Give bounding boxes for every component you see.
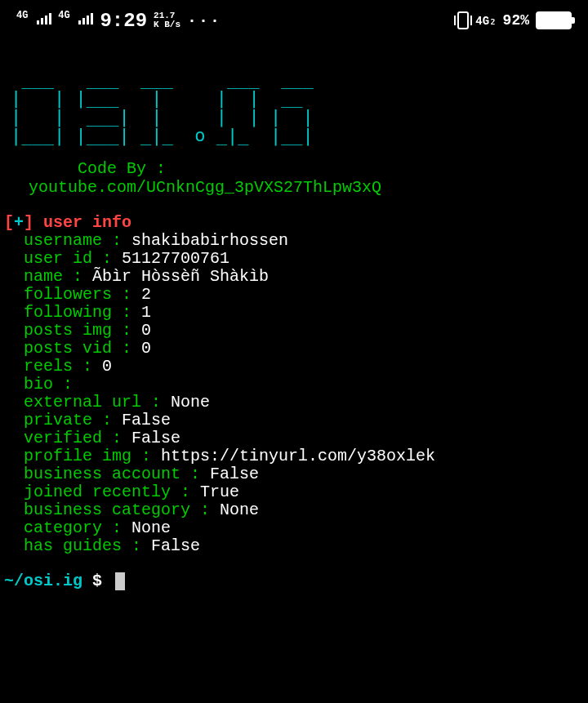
info-row: business category : None bbox=[24, 501, 584, 519]
info-key: profile img bbox=[24, 447, 141, 465]
info-key: business account bbox=[24, 465, 190, 483]
more-icon: ··· bbox=[187, 11, 221, 30]
info-key: has guides bbox=[24, 536, 131, 555]
info-colon: : bbox=[63, 375, 73, 394]
info-value: None bbox=[220, 501, 259, 519]
info-row: has guides : False bbox=[24, 537, 584, 555]
ascii-banner: ___ ___ ___ ___ ___ | | |___ | | | __ | … bbox=[11, 69, 584, 145]
info-colon: : bbox=[200, 501, 220, 519]
info-row: posts vid : 0 bbox=[24, 340, 584, 358]
info-colon: : bbox=[112, 518, 131, 537]
info-row: joined recently : True bbox=[24, 483, 584, 501]
info-colon: : bbox=[122, 303, 141, 322]
info-key: name bbox=[24, 267, 73, 286]
network-speed: 21.7 K B/s bbox=[154, 11, 180, 29]
info-colon: : bbox=[180, 483, 200, 501]
info-key: private bbox=[24, 411, 102, 429]
plus-icon: + bbox=[14, 213, 24, 232]
info-row: external url : None bbox=[24, 394, 584, 412]
info-row: profile img : https://tinyurl.com/y38oxl… bbox=[24, 447, 584, 465]
info-key: joined recently bbox=[24, 483, 180, 501]
info-key: followers bbox=[24, 285, 122, 304]
info-value: 0 bbox=[141, 321, 151, 340]
info-colon: : bbox=[141, 447, 161, 465]
info-colon: : bbox=[82, 357, 102, 376]
network-label: 4G₂ bbox=[475, 14, 496, 28]
terminal-output[interactable]: ___ ___ ___ ___ ___ | | |___ | | | __ | … bbox=[0, 41, 588, 594]
info-colon: : bbox=[102, 411, 122, 429]
info-colon: : bbox=[73, 267, 92, 286]
info-value: Ãbìr Hòssèñ Shàkìb bbox=[92, 267, 269, 286]
signal-1: 4G bbox=[16, 12, 51, 29]
info-value: 51127700761 bbox=[122, 249, 229, 268]
info-colon: : bbox=[190, 465, 210, 483]
info-key: posts vid bbox=[24, 339, 122, 358]
info-colon: : bbox=[151, 393, 171, 412]
info-value: 2 bbox=[141, 285, 151, 304]
prompt[interactable]: ~/osi.ig $ bbox=[4, 572, 584, 590]
credits-url: youtube.com/UCnknCgg_3pVXS27ThLpw3xQ bbox=[29, 178, 584, 197]
info-row: user id : 51127700761 bbox=[24, 250, 584, 268]
battery-percent: 92% bbox=[503, 12, 529, 29]
info-row: followers : 2 bbox=[24, 286, 584, 304]
vibrate-icon bbox=[457, 11, 469, 29]
info-row: reels : 0 bbox=[24, 358, 584, 376]
info-key: following bbox=[24, 303, 122, 322]
info-colon: : bbox=[131, 536, 151, 555]
info-row: following : 1 bbox=[24, 304, 584, 322]
info-row: business account : False bbox=[24, 465, 584, 483]
info-colon: : bbox=[122, 321, 141, 340]
section-header: [+] user info bbox=[4, 213, 584, 232]
bracket-open: [ bbox=[4, 213, 14, 232]
cursor bbox=[115, 572, 125, 590]
info-key: user id bbox=[24, 249, 102, 268]
info-value: None bbox=[131, 518, 171, 537]
prompt-path: ~/osi.ig bbox=[4, 572, 82, 590]
info-colon: : bbox=[102, 249, 122, 268]
info-row: verified : False bbox=[24, 429, 584, 447]
credits-label: Code By : bbox=[78, 159, 584, 178]
info-row: bio : bbox=[24, 376, 584, 394]
info-row: username : shakibabirhossen bbox=[24, 232, 584, 250]
info-key: reels bbox=[24, 357, 82, 376]
info-value: True bbox=[200, 483, 239, 501]
info-row: name : Ãbìr Hòssèñ Shàkìb bbox=[24, 268, 584, 286]
signal-2-label: 4G bbox=[58, 10, 69, 21]
info-value: False bbox=[131, 429, 180, 447]
info-row: private : False bbox=[24, 412, 584, 429]
info-value: 1 bbox=[141, 303, 151, 322]
info-key: bio bbox=[24, 375, 63, 394]
info-colon: : bbox=[122, 339, 141, 358]
info-row: category : None bbox=[24, 519, 584, 537]
user-info-list: username : shakibabirhossenuser id : 511… bbox=[4, 232, 584, 555]
info-colon: : bbox=[122, 285, 141, 304]
signal-1-label: 4G bbox=[16, 10, 28, 21]
info-value: shakibabirhossen bbox=[131, 231, 288, 250]
info-key: username bbox=[24, 231, 112, 250]
info-key: business category bbox=[24, 501, 200, 519]
info-row: posts img : 0 bbox=[24, 322, 584, 340]
info-key: verified bbox=[24, 429, 112, 447]
info-value: None bbox=[171, 393, 210, 412]
status-right: 4G₂ 92% bbox=[457, 11, 572, 29]
prompt-symbol: $ bbox=[92, 572, 102, 590]
section-title: user info bbox=[33, 213, 131, 232]
status-left: 4G 4G 9:29 21.7 K B/s ··· bbox=[16, 10, 221, 32]
info-key: posts img bbox=[24, 321, 122, 340]
info-value: False bbox=[210, 465, 259, 483]
info-value: False bbox=[122, 411, 171, 429]
info-value: 0 bbox=[141, 339, 151, 358]
signal-2: 4G bbox=[58, 12, 93, 29]
status-bar: 4G 4G 9:29 21.7 K B/s ··· 4G₂ 92% bbox=[0, 0, 588, 41]
info-value: https://tinyurl.com/y38oxlek bbox=[161, 447, 435, 465]
info-colon: : bbox=[112, 429, 131, 447]
battery-icon bbox=[536, 11, 572, 29]
info-colon: : bbox=[112, 231, 131, 250]
info-value: False bbox=[151, 536, 200, 555]
info-key: category bbox=[24, 518, 112, 537]
clock: 9:29 bbox=[100, 10, 147, 32]
info-key: external url bbox=[24, 393, 151, 412]
info-value: 0 bbox=[102, 357, 112, 376]
bracket-close: ] bbox=[24, 213, 33, 232]
